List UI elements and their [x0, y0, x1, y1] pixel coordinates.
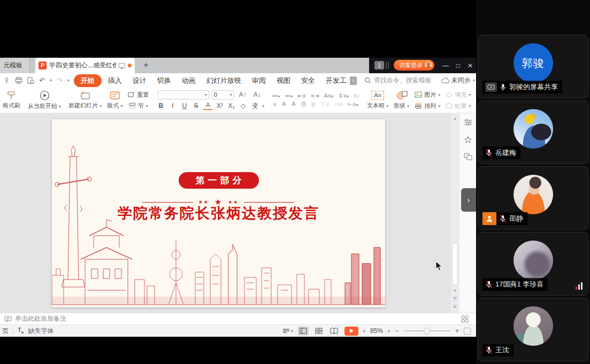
menu-security[interactable]: 安全	[296, 74, 320, 87]
picture-button[interactable]: 图片 ▾	[415, 91, 440, 99]
grow-font-button[interactable]: A↑	[237, 91, 249, 98]
participant-tile-wangshen[interactable]: 王沈	[478, 298, 588, 361]
decrease-indent-button[interactable]: ⇤≡	[297, 93, 306, 99]
textbox-label: 文本框	[367, 102, 385, 109]
notes-bar[interactable]: 单击此处添加备注	[0, 313, 476, 324]
line-spacing-button[interactable]: ⇕≡▾	[338, 93, 349, 99]
vertical-scrollbar[interactable]: ▲ ▼ ⇈ ⇊	[451, 113, 459, 313]
reading-view-button[interactable]	[329, 327, 340, 336]
reset-button[interactable]: 重置	[128, 91, 149, 99]
wps-presentation-window: 元模板 P 学四史要初心...感受红色力量 + 1 访客登录 — □ ✕	[0, 58, 476, 337]
status-bar: 页 Ta 缺失字体 ▾ ▾	[0, 324, 476, 337]
participant-tile-guojun[interactable]: 郭骏 郭骏的屏幕共享	[478, 35, 588, 98]
justify-button[interactable]: ☰	[301, 102, 306, 107]
slide[interactable]: 第一部分 ★★ ★ ★★ 学院常务院长张炳达教授发言	[52, 119, 385, 307]
animation-shapes-icon[interactable]	[464, 153, 472, 160]
guest-login-button[interactable]: 访客登录	[394, 60, 434, 71]
zoom-slider-knob[interactable]	[424, 328, 430, 334]
zoom-out-button[interactable]: −	[395, 327, 399, 335]
textbox-icon: A≡	[371, 91, 384, 100]
align-text-button[interactable]: ⊢≡▾	[348, 102, 358, 107]
align-center-button[interactable]: ≛	[281, 102, 286, 107]
section-button[interactable]: 节 ▾	[129, 102, 148, 110]
increase-indent-button[interactable]: ≡⇥	[311, 93, 319, 99]
menu-overflow-button[interactable]: ›	[350, 76, 357, 85]
presenting-monitor-icon	[119, 63, 125, 68]
italic-button[interactable]: I	[168, 102, 177, 110]
menu-slideshow[interactable]: 幻灯片放映	[201, 74, 247, 87]
next-slide-icon[interactable]: ⇊	[451, 304, 459, 309]
expand-panel-tab[interactable]: ›	[461, 188, 476, 212]
zoom-slider[interactable]	[403, 330, 450, 331]
menu-home[interactable]: 开始	[74, 74, 102, 87]
slide-sorter-button[interactable]	[313, 327, 324, 336]
menu-transition[interactable]: 切换	[152, 74, 177, 87]
participant-tile-yuejianmei[interactable]: 岳建梅	[478, 100, 588, 164]
strikethrough-button[interactable]: S	[191, 102, 201, 110]
menu-animation[interactable]: 动画	[177, 74, 201, 87]
superscript-button[interactable]: X²	[215, 102, 224, 110]
menu-developer[interactable]: 开发工	[320, 74, 352, 87]
subscript-button[interactable]: X₂	[227, 102, 236, 110]
new-slide-button[interactable]: 新建幻灯片 ▾	[66, 88, 104, 113]
font-color-button[interactable]: A	[203, 102, 212, 110]
scroll-down-icon[interactable]: ▼	[451, 289, 459, 292]
participant-label: 邵静	[482, 212, 527, 225]
missing-font-label[interactable]: 缺失字体	[28, 327, 53, 336]
normal-view-button[interactable]	[298, 327, 309, 336]
menu-view[interactable]: 视图	[271, 74, 296, 87]
notes-toggle-button[interactable]: ▾	[282, 328, 293, 334]
close-button[interactable]: ✕	[468, 62, 473, 69]
toolbar-options-caret-icon[interactable]: ▾	[67, 78, 70, 83]
menu-design[interactable]: 设计	[127, 74, 152, 87]
layout-button[interactable]: 版式 ▾	[104, 88, 125, 113]
zoom-caret-icon[interactable]: ▾	[388, 329, 390, 334]
properties-sliders-icon[interactable]	[464, 119, 472, 126]
new-slide-label: 新建幻灯片	[68, 102, 98, 109]
play-options-caret-icon[interactable]: ▾	[363, 329, 365, 334]
tab-template[interactable]: 元模板	[0, 58, 30, 73]
bullets-button[interactable]: ≔▾	[272, 93, 280, 99]
undo-caret-icon[interactable]: ▾	[50, 78, 52, 83]
participant-tile-shaojing[interactable]: 邵静	[478, 166, 588, 230]
numbering-button[interactable]: ≕▾	[285, 93, 293, 99]
divider-line	[142, 202, 193, 203]
format-painter-button[interactable]: 格式刷	[0, 88, 23, 113]
scroll-up-icon[interactable]: ▲	[451, 117, 459, 120]
text-direction-button[interactable]: A≡▾	[324, 93, 334, 99]
play-from-current-button[interactable]: 从当前开始 ▾	[25, 88, 64, 113]
scrollbar-thumb[interactable]	[452, 243, 458, 285]
fit-slide-button[interactable]	[464, 328, 471, 335]
shrink-font-button[interactable]: A↓	[251, 91, 263, 98]
zoom-in-button[interactable]: +	[455, 327, 459, 335]
print-icon[interactable]	[15, 77, 22, 84]
align-left-button[interactable]: ≡	[273, 102, 277, 107]
tab-active-document[interactable]: P 学四史要初心...感受红色力量	[35, 58, 135, 73]
bold-button[interactable]: B	[156, 102, 165, 110]
undo-button[interactable]: ↶	[39, 77, 45, 84]
text-effect-button[interactable]: 变	[250, 102, 259, 111]
new-tab-button[interactable]: +	[140, 59, 152, 71]
slideshow-play-button[interactable]	[344, 327, 358, 336]
font-size-combo[interactable]: 0▾	[212, 90, 234, 99]
menu-insert[interactable]: 插入	[103, 74, 127, 87]
sync-status-button[interactable]: 未同步 ▾	[441, 76, 475, 85]
command-search[interactable]: 查找命令、搜索模板	[364, 76, 432, 85]
font-name-combo[interactable]: ▾	[158, 90, 209, 99]
previous-slide-icon[interactable]: ⇈	[451, 296, 459, 301]
clear-format-button[interactable]: ◇	[239, 102, 248, 110]
minimize-button[interactable]: —	[442, 62, 449, 69]
align-right-button[interactable]: ≚	[291, 102, 296, 107]
shapes-button[interactable]: 形状 ▾	[391, 88, 412, 113]
textbox-button[interactable]: A≡ 文本框 ▾	[364, 88, 391, 113]
restore-button[interactable]: □	[456, 62, 460, 69]
print-preview-icon[interactable]	[27, 77, 34, 84]
arrange-button[interactable]: 排列 ▾	[415, 102, 440, 110]
pin-icon[interactable]	[3, 77, 10, 84]
underline-button[interactable]: U	[180, 102, 189, 110]
menu-review[interactable]: 审阅	[247, 74, 271, 87]
participant-tile-lizhenxi[interactable]: 17国商1 李珍喜	[478, 232, 588, 296]
effects-star-icon[interactable]	[464, 136, 472, 144]
grid-view-icon[interactable]	[461, 315, 469, 323]
zoom-level[interactable]: 85%	[370, 327, 383, 335]
